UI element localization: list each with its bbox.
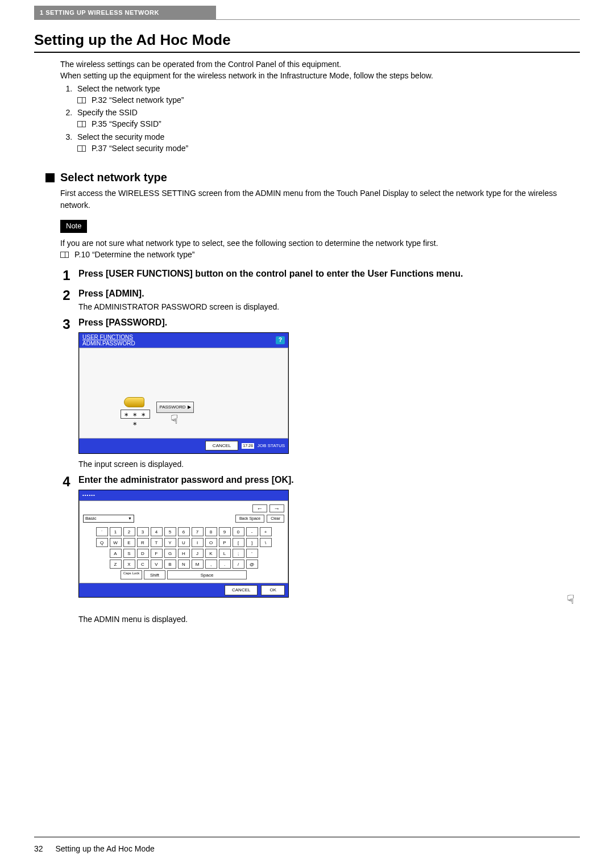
shift-key[interactable]: Shift: [144, 570, 165, 579]
step-body: The ADMINISTRATOR PASSWORD screen is dis…: [78, 301, 580, 312]
key[interactable]: 5: [164, 527, 176, 536]
keyboard-mode-select[interactable]: Basic▼: [83, 515, 134, 523]
square-bullet-icon: [45, 173, 55, 182]
book-icon: [77, 145, 86, 152]
cancel-button[interactable]: CANCEL: [205, 441, 238, 451]
step-heading: Enter the administrator password and pre…: [78, 474, 580, 486]
key[interactable]: ;: [233, 549, 244, 558]
step-number: 3: [60, 317, 73, 332]
screenshot-titlebar: USER FUNCTIONS ADMIN.PASSWORD ?: [79, 333, 288, 348]
chevron-down-icon: ▼: [128, 516, 132, 521]
key[interactable]: Q: [96, 538, 108, 547]
key[interactable]: J: [192, 549, 204, 558]
key[interactable]: Z: [110, 560, 122, 569]
key[interactable]: 6: [178, 527, 190, 536]
key[interactable]: /: [233, 560, 244, 569]
key[interactable]: L: [219, 549, 231, 558]
cursor-right-button[interactable]: →: [269, 504, 284, 512]
key[interactable]: N: [178, 560, 190, 569]
step-heading: Press [USER FUNCTIONS] button on the con…: [78, 268, 580, 280]
key[interactable]: G: [164, 549, 176, 558]
titlebar-line2: ADMIN.PASSWORD: [82, 340, 135, 347]
key[interactable]: .: [219, 560, 231, 569]
cancel-button[interactable]: CANCEL: [225, 585, 258, 595]
key[interactable]: 0: [233, 527, 244, 536]
key[interactable]: I: [192, 538, 204, 547]
key-row: Z X C V B N M , . /: [110, 560, 258, 569]
key[interactable]: R: [137, 538, 149, 547]
note-ref: P.10 “Determine the network type”: [74, 249, 194, 260]
chevron-right-icon: ▶: [188, 403, 191, 412]
key[interactable]: Y: [164, 538, 176, 547]
step-heading: Press [ADMIN].: [78, 288, 580, 300]
keyboard-screenshot: •••••• ← → Basic▼: [78, 490, 289, 598]
key[interactable]: W: [110, 538, 122, 547]
key[interactable]: F: [151, 549, 163, 558]
key[interactable]: H: [178, 549, 190, 558]
password-screenshot: USER FUNCTIONS ADMIN.PASSWORD ? ∗ ∗ ∗ ∗ …: [78, 332, 289, 454]
key[interactable]: X: [123, 560, 135, 569]
mode-label: Basic: [85, 515, 97, 522]
key[interactable]: 3: [137, 527, 149, 536]
section-heading-text: Select network type: [60, 171, 167, 184]
header-rule: [34, 19, 580, 20]
key[interactable]: B: [164, 560, 176, 569]
password-masked-icon: ••••••: [82, 492, 96, 499]
key[interactable]: 9: [219, 527, 231, 536]
intro-paragraph-2: When setting up the equipment for the wi…: [60, 70, 580, 81]
key[interactable]: \: [260, 538, 272, 547]
key[interactable]: M: [192, 560, 204, 569]
key[interactable]: P: [219, 538, 231, 547]
step-number: 1: [60, 268, 73, 283]
book-icon: [77, 121, 86, 127]
key[interactable]: S: [123, 549, 135, 558]
key[interactable]: -: [246, 527, 258, 536]
backspace-button[interactable]: Back Space: [235, 515, 264, 523]
intro-item-ref: P.37 “Select security mode”: [92, 143, 188, 154]
step-heading: Press [PASSWORD].: [78, 317, 580, 329]
key[interactable]: +: [260, 527, 272, 536]
key[interactable]: @: [246, 560, 258, 569]
keyboard-titlebar: ••••••: [79, 490, 288, 500]
help-icon[interactable]: ?: [276, 336, 285, 344]
key[interactable]: C: [137, 560, 149, 569]
chapter-header: 1 SETTING UP WIRELESS NETWORK: [34, 6, 216, 19]
key[interactable]: ]: [246, 538, 258, 547]
key[interactable]: ': [246, 549, 258, 558]
key[interactable]: A: [110, 549, 122, 558]
space-key[interactable]: Space: [167, 570, 247, 579]
intro-paragraph-1: The wireless settings can be operated fr…: [60, 59, 580, 70]
key[interactable]: V: [151, 560, 163, 569]
titlebar-line1: USER FUNCTIONS: [82, 334, 135, 340]
intro-item-text: Select the security mode: [77, 132, 164, 141]
book-icon: [77, 97, 86, 103]
cursor-left-button[interactable]: ←: [252, 504, 267, 512]
key[interactable]: U: [178, 538, 190, 547]
key[interactable]: T: [151, 538, 163, 547]
intro-item-ref: P.35 “Specify SSID”: [92, 118, 161, 130]
key[interactable]: 1: [110, 527, 122, 536]
key[interactable]: [: [233, 538, 244, 547]
key-row: ` 1 2 3 4 5 6 7 8 9: [96, 527, 272, 536]
key[interactable]: ,: [205, 560, 217, 569]
key[interactable]: 4: [151, 527, 163, 536]
clear-button[interactable]: Clear: [267, 515, 284, 523]
page-title: Setting up the Ad Hoc Mode: [34, 31, 580, 53]
ok-button[interactable]: OK: [261, 585, 285, 595]
key[interactable]: 7: [192, 527, 204, 536]
page-number: 32: [34, 844, 43, 853]
key[interactable]: 2: [123, 527, 135, 536]
key[interactable]: O: [205, 538, 217, 547]
job-status-button[interactable]: JOB STATUS: [258, 443, 285, 449]
key[interactable]: `: [96, 527, 108, 536]
intro-item-text: Select the network type: [77, 84, 160, 93]
footer-label: Setting up the Ad Hoc Mode: [55, 844, 154, 853]
key[interactable]: 8: [205, 527, 217, 536]
intro-list-item: Select the network type P.32 “Select net…: [74, 83, 580, 106]
key[interactable]: D: [137, 549, 149, 558]
key[interactable]: E: [123, 538, 135, 547]
capslock-key[interactable]: Caps Lock: [121, 570, 142, 579]
intro-list-item: Select the security mode P.37 “Select se…: [74, 131, 580, 155]
key[interactable]: K: [205, 549, 217, 558]
note-badge: Note: [60, 220, 87, 233]
